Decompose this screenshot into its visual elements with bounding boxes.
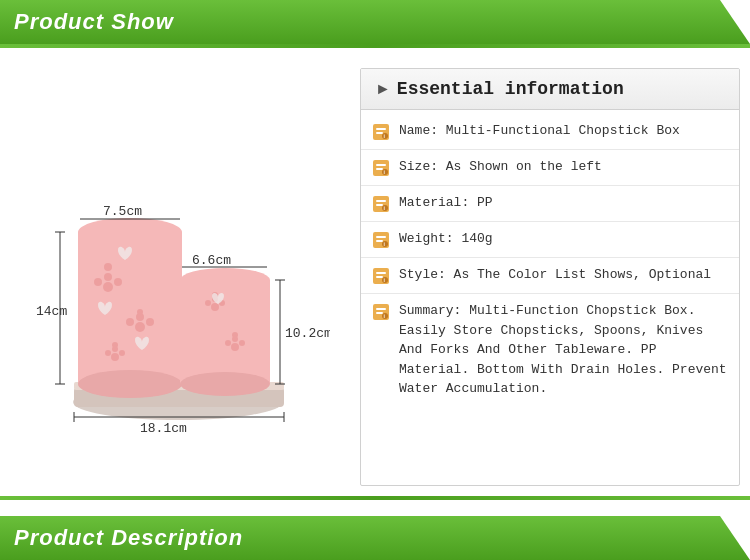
info-icon-summary: i [371,302,391,322]
svg-rect-62 [376,204,383,206]
svg-point-26 [205,300,211,306]
info-text-style: Style: As The Color List Shows, Optional [399,265,711,285]
svg-point-24 [211,303,219,311]
svg-text:10.2cm: 10.2cm [285,326,330,341]
svg-point-13 [126,318,134,326]
info-text-weight: Weight: 140g [399,229,493,249]
svg-point-9 [114,278,122,286]
info-text-summary: Summary: Multi-Function Chopstick Box. E… [399,301,729,399]
product-show-header: Product Show [0,0,750,44]
info-panel-header: ► Essential information [361,69,739,110]
info-row-material: i Material: PP [361,186,739,222]
svg-point-10 [104,263,112,271]
svg-point-6 [103,282,113,292]
green-divider-bottom [0,496,750,500]
info-icon-style: i [371,266,391,286]
svg-rect-77 [376,312,383,314]
svg-rect-71 [376,272,386,274]
info-text-name: Name: Multi-Functional Chopstick Box [399,121,680,141]
info-text-size: Size: As Shown on the left [399,157,602,177]
product-show-title: Product Show [14,9,174,35]
info-row-style: i Style: As The Color List Shows, Option… [361,258,739,294]
svg-point-19 [119,350,125,356]
svg-point-11 [135,322,145,332]
svg-text:18.1cm: 18.1cm [140,421,187,436]
svg-point-18 [105,350,111,356]
product-image-area: 7.5cm 6.6cm 14cm 10.2cm 18.1cm [10,68,350,486]
svg-text:6.6cm: 6.6cm [192,253,231,268]
arrow-icon: ► [375,80,391,98]
info-icon-weight: i [371,230,391,250]
svg-point-33 [232,332,238,338]
svg-point-14 [146,318,154,326]
svg-point-16 [111,353,119,361]
svg-rect-51 [376,128,386,130]
svg-point-5 [78,370,182,398]
info-icon-material: i [371,194,391,214]
svg-text:7.5cm: 7.5cm [103,204,142,219]
page-wrapper: Product Show [0,0,750,560]
info-row-summary: i Summary: Multi-Function Chopstick Box.… [361,294,739,406]
svg-rect-76 [376,308,386,310]
svg-rect-52 [376,132,383,134]
svg-point-15 [137,309,143,315]
info-icon-name: i [371,122,391,142]
info-panel-title: Essential information [397,79,624,99]
info-row-name: i Name: Multi-Functional Chopstick Box [361,114,739,150]
svg-point-32 [239,340,245,346]
main-content: 7.5cm 6.6cm 14cm 10.2cm 18.1cm [0,48,750,496]
svg-point-29 [231,343,239,351]
svg-rect-67 [376,240,383,242]
product-description-header: Product Description [0,516,750,560]
info-rows: i Name: Multi-Functional Chopstick Box i… [361,110,739,410]
info-icon-size: i [371,158,391,178]
svg-point-20 [112,342,118,348]
svg-point-7 [104,273,112,281]
product-diagram-svg: 7.5cm 6.6cm 14cm 10.2cm 18.1cm [30,97,330,457]
svg-text:14cm: 14cm [36,304,67,319]
product-description-title: Product Description [14,525,243,551]
svg-point-31 [225,340,231,346]
svg-rect-22 [180,280,270,384]
svg-rect-66 [376,236,386,238]
svg-point-8 [94,278,102,286]
svg-rect-61 [376,200,386,202]
info-row-size: i Size: As Shown on the left [361,150,739,186]
info-text-material: Material: PP [399,193,493,213]
svg-point-23 [180,372,270,396]
svg-rect-72 [376,276,383,278]
info-panel: ► Essential information i Name: Multi-Fu… [360,68,740,486]
svg-rect-57 [376,168,383,170]
svg-rect-56 [376,164,386,166]
info-row-weight: i Weight: 140g [361,222,739,258]
